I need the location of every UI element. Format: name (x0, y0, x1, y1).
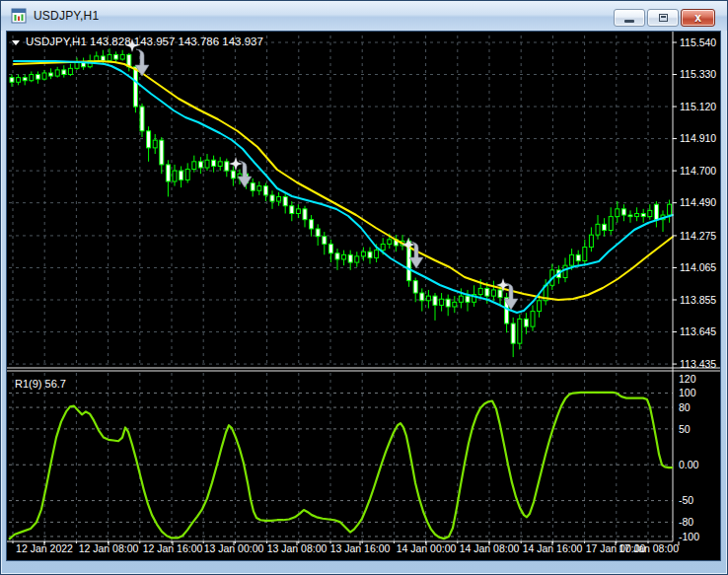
bear-candle (621, 209, 625, 215)
bull-candle (635, 213, 639, 216)
bull-candle (538, 301, 542, 312)
ma-fast-cyan (14, 61, 673, 313)
price-axis-label: 115.120 (680, 101, 716, 112)
bear-candle (323, 237, 327, 245)
window-title: USDJPY,H1 (34, 9, 99, 23)
bear-candle (180, 171, 183, 180)
bear-candle (511, 323, 515, 343)
bull-candle (218, 162, 222, 167)
bull-candle (648, 210, 652, 216)
chart-canvas[interactable]: 115.540115.330115.120114.910114.700114.4… (7, 32, 720, 560)
minimize-icon (624, 20, 634, 23)
close-button[interactable]: x (681, 9, 715, 27)
time-axis: 12 Jan 202212 Jan 08:0012 Jan 16:0013 Ja… (13, 541, 679, 554)
time-axis-label: 14 Jan 08:00 (460, 542, 520, 554)
title-bar[interactable]: USDJPY,H1 x (1, 1, 727, 31)
oscillator-axis: 12010080500.00-50-80-100 (679, 373, 699, 542)
bear-candle (212, 160, 216, 166)
bear-candle (147, 131, 151, 148)
bear-candle (140, 107, 144, 131)
bear-candle (316, 229, 320, 237)
bear-candle (498, 290, 502, 298)
bear-candle (413, 281, 417, 293)
bull-candle (42, 73, 46, 79)
bear-candle (310, 220, 314, 229)
bear-candle (433, 296, 437, 305)
bear-candle (628, 215, 632, 217)
signal-markers-layer (125, 38, 518, 310)
close-icon: x (694, 12, 701, 24)
price-axis: 115.540115.330115.120114.910114.700114.4… (673, 36, 716, 370)
indicator-name-value: R1(9) 56.7 (15, 378, 66, 390)
bull-candle (453, 302, 457, 307)
time-axis-label: 12 Jan 08:00 (79, 542, 139, 554)
bear-candle (641, 213, 645, 216)
bear-candle (335, 253, 339, 259)
bull-candle (205, 160, 209, 168)
time-axis-label: 13 Jan 00:00 (204, 542, 264, 554)
bear-candle (466, 296, 470, 302)
bull-candle (491, 290, 495, 296)
time-axis-label: 12 Jan 16:00 (143, 542, 203, 554)
bear-candle (263, 186, 267, 195)
bear-candle (114, 54, 118, 59)
bear-candle (251, 183, 255, 191)
price-axis-label: 115.330 (680, 68, 716, 80)
bear-candle (49, 73, 53, 76)
price-axis-label: 113.855 (680, 294, 716, 306)
bull-candle (518, 319, 522, 343)
bear-candle (23, 78, 27, 81)
bear-candle (160, 140, 164, 165)
bear-candle (485, 288, 489, 296)
minimize-button[interactable] (614, 9, 645, 27)
bull-candle (192, 162, 196, 170)
bull-candle (75, 62, 79, 68)
indicator-label: R1(9) 56.7 (15, 378, 66, 390)
price-axis-label: 114.910 (680, 132, 716, 144)
bull-candle (17, 78, 21, 83)
price-axis-label: 114.065 (680, 261, 716, 273)
time-axis-label: 13 Jan 16:00 (330, 542, 391, 554)
bear-candle (328, 244, 332, 252)
bull-candle (30, 75, 34, 81)
bull-candle (55, 70, 59, 76)
bear-candle (270, 195, 274, 201)
time-axis-label: 14 Jan 00:00 (397, 542, 457, 554)
grid-layer (9, 36, 673, 541)
app-icon (11, 8, 27, 24)
bull-candle (388, 240, 392, 245)
price-axis-label: 115.540 (680, 36, 716, 48)
bull-candle (277, 196, 281, 201)
oscillator-axis-label: -80 (679, 516, 693, 528)
bear-candle (368, 252, 372, 257)
price-axis-label: 113.645 (680, 325, 716, 337)
oscillator-axis-label: 80 (679, 401, 691, 413)
oscillator-axis-label: 100 (679, 387, 696, 398)
bull-candle (478, 288, 482, 294)
bull-candle (616, 209, 619, 217)
bear-candle (198, 162, 202, 168)
bull-candle (381, 244, 385, 250)
oscillator-axis-label: 120 (679, 373, 696, 385)
bear-candle (133, 67, 137, 107)
bull-candle (596, 224, 600, 235)
bull-candle (153, 140, 157, 148)
bear-candle (420, 293, 424, 301)
bull-candle (108, 54, 111, 60)
time-axis-label: 12 Jan 2022 (16, 542, 73, 554)
ohlc-header: USDJPY,H1 143.828 143.957 143.786 143.93… (26, 36, 263, 47)
bull-candle (355, 256, 359, 262)
chart-window: USDJPY,H1 x 115.540115.330115.120114.910… (0, 0, 728, 575)
bull-candle (459, 296, 463, 302)
bull-candle (120, 54, 124, 59)
bear-candle (101, 56, 105, 61)
bull-candle (570, 254, 574, 265)
bear-candle (348, 254, 352, 262)
bull-candle (583, 248, 587, 261)
bear-candle (62, 70, 66, 75)
time-axis-label: 13 Jan 08:00 (267, 542, 328, 554)
sell-star-icon[interactable] (229, 157, 243, 171)
oscillator-axis-label: -50 (679, 494, 693, 506)
bear-candle (290, 206, 294, 214)
restore-button[interactable] (647, 9, 679, 27)
